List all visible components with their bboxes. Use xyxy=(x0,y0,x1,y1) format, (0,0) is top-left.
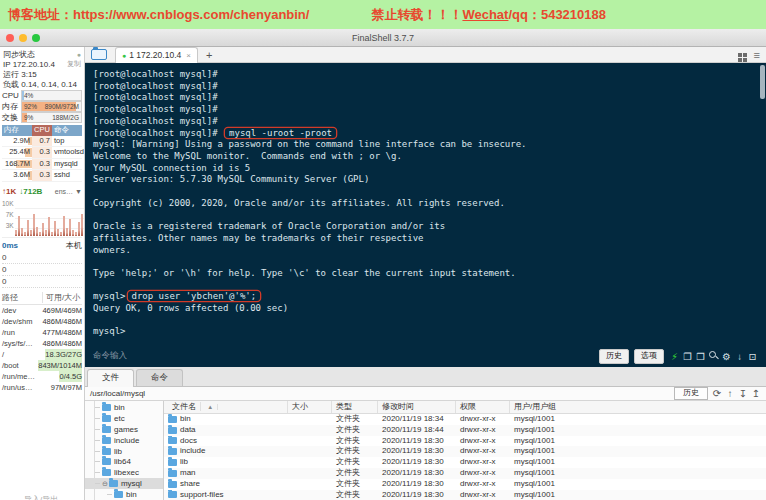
download-icon[interactable]: ↧ xyxy=(738,388,748,399)
new-tab-button[interactable]: + xyxy=(202,49,216,61)
file-row[interactable]: include文件夹2020/11/19 18:30drwxr-xr-xmysq… xyxy=(164,446,766,457)
file-row[interactable]: support-files文件夹2020/11/19 18:30drwxr-xr… xyxy=(164,490,766,500)
tree-item-etc[interactable]: etc xyxy=(85,413,163,424)
path-history-button[interactable]: 历史 xyxy=(674,387,708,400)
terminal-toolbar: 命令输入 历史 选项 ⚡❐❒⚙↓⊡ xyxy=(85,345,766,367)
disk-size-header[interactable]: 可用/大小 xyxy=(43,292,80,303)
file-owner-cell: mysql/1001 xyxy=(510,468,766,479)
download-icon[interactable]: ↓ xyxy=(734,350,745,363)
main-area: 同步状态 ● IP 172.20.10.4 复制 运行 3:15 负载 0.14… xyxy=(0,47,766,500)
zoom-window-button[interactable] xyxy=(32,34,40,42)
tree-item-games[interactable]: games xyxy=(85,424,163,435)
process-cmd-header[interactable]: 命令 xyxy=(52,125,82,136)
session-tab[interactable]: ● 1 172.20.10.4 × xyxy=(115,47,198,64)
file-row[interactable]: man文件夹2020/11/19 18:30drwxr-xr-xmysql/10… xyxy=(164,468,766,479)
terminal-line xyxy=(93,280,766,292)
file-panel-tab-命令[interactable]: 命令 xyxy=(136,369,183,386)
history-button[interactable]: 历史 xyxy=(599,349,629,364)
file-size-cell xyxy=(288,446,332,457)
chart-tick: 3K xyxy=(2,222,14,229)
file-owner-cell: mysql/1001 xyxy=(510,425,766,436)
size-header[interactable]: 大小 xyxy=(288,401,332,413)
process-cpu-header[interactable]: CPU xyxy=(32,125,52,136)
tree-item-bin[interactable]: bin xyxy=(85,489,163,500)
minimize-window-button[interactable] xyxy=(19,34,27,42)
copy-ip-button[interactable]: 复制 xyxy=(67,59,81,69)
disk-value: 843M/1014M xyxy=(38,360,82,371)
up-directory-icon[interactable]: ↑ xyxy=(725,388,735,399)
file-row[interactable]: lib文件夹2020/11/19 18:30drwxr-xr-xmysql/10… xyxy=(164,457,766,468)
tree-item-libexec[interactable]: libexec xyxy=(85,467,163,478)
terminal-scrollbar[interactable] xyxy=(760,65,765,99)
disk-row: /sys/fs/…486M/486M xyxy=(2,338,82,349)
folder-icon xyxy=(102,415,111,422)
filename-header[interactable]: 文件名 ▲ xyxy=(164,401,288,413)
file-permissions-cell: drwxr-xr-x xyxy=(456,490,510,500)
terminal-line: [root@localhost mysql]# xyxy=(93,69,766,81)
file-row[interactable]: share文件夹2020/11/19 18:30drwxr-xr-xmysql/… xyxy=(164,479,766,490)
disk-row: /run477M/486M xyxy=(2,327,82,338)
disk-path: /run/me… xyxy=(2,371,35,382)
interface-dropdown[interactable]: ens… ▼ xyxy=(55,188,82,195)
traffic-bar xyxy=(15,230,17,236)
file-panel-tab-文件[interactable]: 文件 xyxy=(87,369,134,387)
file-size-cell xyxy=(288,457,332,468)
close-window-button[interactable] xyxy=(6,34,14,42)
collapse-icon[interactable]: ⊖ xyxy=(102,480,108,488)
copy-icon[interactable]: ❐ xyxy=(682,350,693,363)
tree-item-lib[interactable]: lib xyxy=(85,446,163,457)
type-header[interactable]: 类型 xyxy=(332,401,378,413)
terminal-line: mysql: [Warning] Using a password on the… xyxy=(93,139,766,151)
system-monitor-sidebar: 同步状态 ● IP 172.20.10.4 复制 运行 3:15 负载 0.14… xyxy=(0,47,85,500)
grid-layout-icon[interactable] xyxy=(738,53,742,57)
terminal[interactable]: [root@localhost mysql]# [root@localhost … xyxy=(85,63,766,345)
download-speed: ↓712B xyxy=(19,187,42,196)
gear-icon[interactable]: ⚙ xyxy=(721,350,732,363)
process-mem-header[interactable]: 内存 xyxy=(2,125,32,136)
file-type-cell: 文件夹 xyxy=(332,457,378,468)
refresh-icon[interactable]: ⟳ xyxy=(712,388,722,399)
meter-label: 交换 xyxy=(2,112,19,123)
paste-icon[interactable]: ❒ xyxy=(695,350,706,363)
process-command: top xyxy=(52,136,82,147)
search-icon[interactable] xyxy=(708,350,719,363)
process-mem: 3.6M xyxy=(2,170,32,181)
terminal-line: Your MySQL connection id is 5 xyxy=(93,163,766,175)
disk-row: /boot843M/1014M xyxy=(2,360,82,371)
file-name-cell: support-files xyxy=(164,490,288,500)
tree-item-mysql[interactable]: ⊖mysql xyxy=(85,478,163,489)
meter-bar: 9%188M/2G xyxy=(21,112,82,123)
window-icon[interactable]: ⊡ xyxy=(747,350,758,363)
chart-tick: 10K xyxy=(2,200,14,207)
traffic-bar xyxy=(27,220,29,236)
session-tab-label: 1 172.20.10.4 xyxy=(129,50,181,60)
disk-path-header[interactable]: 路径 xyxy=(2,292,43,303)
file-permissions-cell: drwxr-xr-x xyxy=(456,425,510,436)
traffic-bar xyxy=(81,214,83,236)
tree-item-lib64[interactable]: lib64 xyxy=(85,456,163,467)
tree-item-include[interactable]: include xyxy=(85,435,163,446)
file-row[interactable]: bin文件夹2020/11/19 18:34drwxr-xr-xmysql/10… xyxy=(164,414,766,425)
command-input[interactable]: 命令输入 xyxy=(93,350,594,362)
traffic-bar xyxy=(18,216,20,236)
current-path-input[interactable]: /usr/local/mysql xyxy=(90,389,410,398)
file-row[interactable]: data文件夹2020/11/19 18:44drwxr-xr-xmysql/1… xyxy=(164,425,766,436)
upload-icon[interactable]: ↥ xyxy=(751,388,761,399)
lightning-icon[interactable]: ⚡ xyxy=(669,350,680,363)
process-table-header: 内存 CPU 命令 xyxy=(2,125,82,136)
file-row[interactable]: docs文件夹2020/11/19 18:30drwxr-xr-xmysql/1… xyxy=(164,436,766,447)
meter-bar: 92%890M/972M xyxy=(21,101,82,112)
modified-header[interactable]: 修改时间 xyxy=(378,401,456,413)
file-name-cell: bin xyxy=(164,414,288,425)
file-modified-cell: 2020/11/19 18:30 xyxy=(378,446,456,457)
tree-item-bin[interactable]: bin xyxy=(85,402,163,413)
terminal-line xyxy=(93,256,766,268)
file-permissions-cell: drwxr-xr-x xyxy=(456,468,510,479)
owner-header[interactable]: 用户/用户组 xyxy=(510,401,766,413)
options-button[interactable]: 选项 xyxy=(634,349,664,364)
permissions-header[interactable]: 权限 xyxy=(456,401,510,413)
terminal-line: mysql>drop user 'ybchen'@'%'; xyxy=(93,291,766,303)
menu-icon[interactable]: ≡ xyxy=(754,50,760,60)
close-tab-icon[interactable]: × xyxy=(186,51,191,60)
connections-folder-icon[interactable] xyxy=(91,49,107,60)
